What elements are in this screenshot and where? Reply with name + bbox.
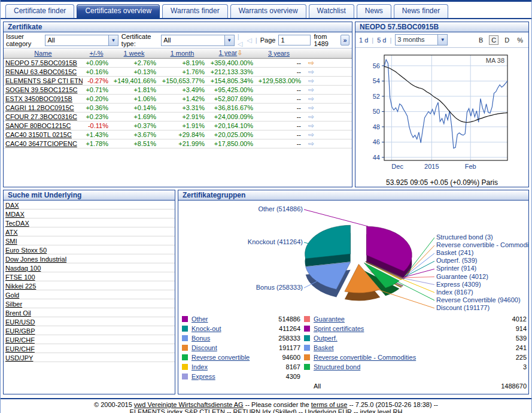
detail-arrow-icon[interactable]: ⇨ [308,113,314,121]
legend-link[interactable]: Sprint certificates [314,325,364,332]
legend-link[interactable]: Structured bond [314,363,360,371]
range-select[interactable]: 3 months ▼ [395,34,448,45]
certificate-link[interactable]: SOGEN 39.5BOC1215C [5,86,77,93]
underlying-link[interactable]: Brent Oil [4,308,175,317]
underlying-link[interactable]: USD/JPY [4,353,175,362]
value-cell: +0.09% [83,58,110,67]
page-input[interactable] [278,35,311,45]
underlying-link[interactable]: MDAX [4,209,175,218]
column-header-1month[interactable]: 1 month [171,50,194,57]
legend-link[interactable]: Express [191,373,215,380]
legend-item: Reverse convertible - Commodities225 [304,353,527,362]
column-header-1week[interactable]: 1 week [124,50,145,57]
detail-arrow-icon[interactable]: ⇨ [308,130,314,139]
underlying-link[interactable]: Euro Stoxx 50 [4,245,175,254]
legend-link[interactable]: Outperf. [314,335,338,342]
prev-page-icon[interactable]: ◁ [247,37,252,44]
tab-watchlist[interactable]: Watchlist [309,4,354,18]
column-header-3years[interactable]: 3 years [268,50,290,57]
legend-link[interactable]: Knock-out [191,325,221,332]
next-page-button[interactable]: » [341,35,349,45]
tab-warrants-finder[interactable]: Warrants finder [162,4,228,18]
legend-link[interactable]: Basket [314,344,334,351]
value-cell: +52,807.69% [206,94,255,103]
certificate-link[interactable]: ESTX 3450BOC0915B [5,95,72,102]
tab-news-finder[interactable]: News finder [394,4,448,18]
detail-arrow-icon[interactable]: ⇨ [308,104,314,112]
underlying-link[interactable]: TecDAX [4,218,175,227]
tab-warrants-overview[interactable]: Warrants overview [230,4,306,18]
chart-mode-c-button[interactable]: C [489,35,498,45]
range-5d-button[interactable]: 5 d [377,37,386,44]
underlying-link[interactable]: Dow Jones Industrial [4,254,175,263]
underlying-link[interactable]: DAX [4,201,175,209]
underlying-link[interactable]: Silber [4,299,175,308]
chart-mode-d-button[interactable]: D [503,36,511,44]
legend-link[interactable]: Discount [191,344,217,351]
tab-certificate-finder[interactable]: Certificate finder [5,4,74,18]
chevron-down-icon[interactable]: ▼ [437,35,447,45]
value-cell: +8.19% [158,58,206,67]
certificate-link[interactable]: CAC40 3150TL 0215C [5,131,72,138]
underlying-link[interactable]: Nikkei 225 [4,281,175,290]
certificate-link[interactable]: CAGRI 11.2BOC0915C [5,104,74,111]
underlying-link[interactable]: EUR/GBP [4,326,175,335]
column-header-name[interactable]: Name [34,50,51,57]
legend-link[interactable]: Guarantee [314,315,345,323]
detail-arrow-icon[interactable]: ⇨ [308,139,314,148]
detail-arrow-icon[interactable]: ⇨ [308,86,314,94]
certificate-link[interactable]: ELEMENTS S&P CTI ETN [5,77,83,84]
detail-arrow-icon[interactable]: ⇨ [308,77,314,85]
tab-underline [1,18,531,19]
application-window: Certificate finderCertificates overviewW… [0,0,532,413]
underlying-link[interactable]: EUR/CHF [4,344,175,353]
first-page-icon[interactable]: |◁ [238,33,244,48]
chart-mode-%-button[interactable]: % [515,36,525,44]
detail-arrow-icon[interactable]: ⇨ [308,68,314,76]
underlying-link[interactable]: Nasdaq 100 [4,263,175,272]
groups-pie-chart: Other (514886)Knockout (411264)Bonus (25… [178,201,529,314]
value-cell: +0.37% [110,121,158,130]
legend-link[interactable]: Index [191,363,208,371]
pie-callout-label: Reverse Convertible (94600) [436,296,521,303]
certificate-link[interactable]: CFOUR 27.3BOC0316C [5,113,77,120]
legend-value: 94600 [282,354,300,361]
detail-arrow-icon[interactable]: ⇨ [308,59,314,67]
svg-text:Feb: Feb [465,163,476,170]
legend-item: Outperf.539 [304,333,527,343]
chevron-down-icon[interactable]: ▼ [224,35,234,45]
footer-link[interactable]: terms of use [311,401,348,408]
value-cell: +1.42% [158,94,206,103]
chevron-down-icon[interactable]: ▼ [108,35,118,45]
range-1d-button[interactable]: 1 d [359,37,368,44]
footer-link[interactable]: vwd Vereinigte Wirtschaftsdienste AG [134,401,244,408]
underlying-link[interactable]: FTSE 100 [4,272,175,281]
pie-callout-label: Discount (191177) [436,304,490,311]
certificate-link[interactable]: CAC40 3647TCIOPENC [5,140,77,147]
certificate-link[interactable]: NEOPO 57.5BOC0915B [5,59,77,66]
legend-link[interactable]: Other [191,315,208,323]
column-header-change[interactable]: +/-% [90,50,104,57]
legend-link[interactable]: Bonus [191,335,210,342]
column-header-1year[interactable]: 1 year [219,49,238,56]
underlying-link[interactable]: ATX [4,227,175,236]
underlying-link[interactable]: EUR/USD [4,317,175,326]
tab-news[interactable]: News [357,4,391,18]
legend-value: 539 [516,335,527,342]
underlying-link[interactable]: EUR/CHF [4,335,175,344]
detail-arrow-icon[interactable]: ⇨ [308,122,314,130]
certificate-type-select[interactable]: All ▼ [161,35,234,46]
value-cell: +0.23% [83,112,110,121]
detail-arrow-icon[interactable]: ⇨ [308,95,314,103]
pie-callout-label: Express (4309) [436,281,481,288]
underlying-link[interactable]: Gold [4,290,175,299]
tab-certificates-overview[interactable]: Certificates overview [77,4,160,18]
chart-mode-b-button[interactable]: B [477,36,485,44]
legend-link[interactable]: Reverse convertible [191,354,250,361]
underlying-link[interactable]: SMI [4,236,175,245]
issuer-category-select[interactable]: All ▼ [45,35,118,46]
certificate-link[interactable]: SANOF 80BOC1215C [5,122,71,129]
legend-link[interactable]: Reverse convertible - Commodities [314,354,416,361]
value-cell: +20,164.10% [206,121,255,130]
certificate-link[interactable]: RENAU 63.4BOC0615C [5,68,77,75]
